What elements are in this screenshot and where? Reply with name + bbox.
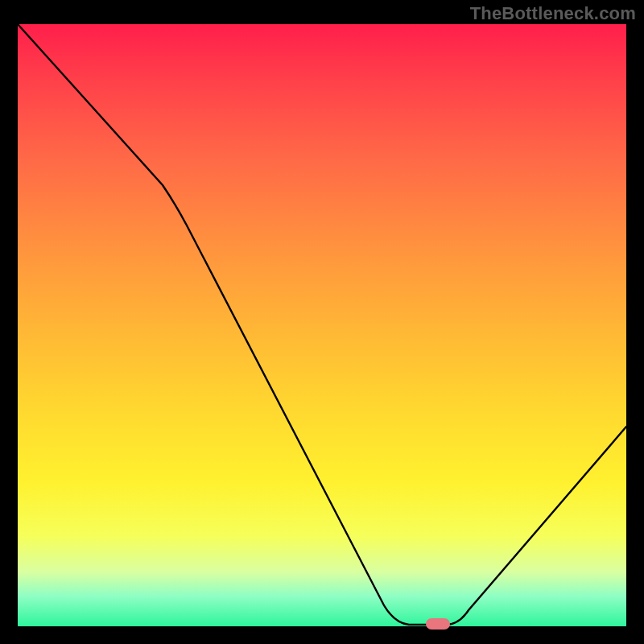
watermark-text: TheBottleneck.com (470, 3, 636, 24)
optimal-marker (426, 618, 450, 630)
bottleneck-curve (18, 24, 626, 626)
chart-frame: TheBottleneck.com (0, 0, 644, 644)
plot-area (18, 24, 626, 626)
